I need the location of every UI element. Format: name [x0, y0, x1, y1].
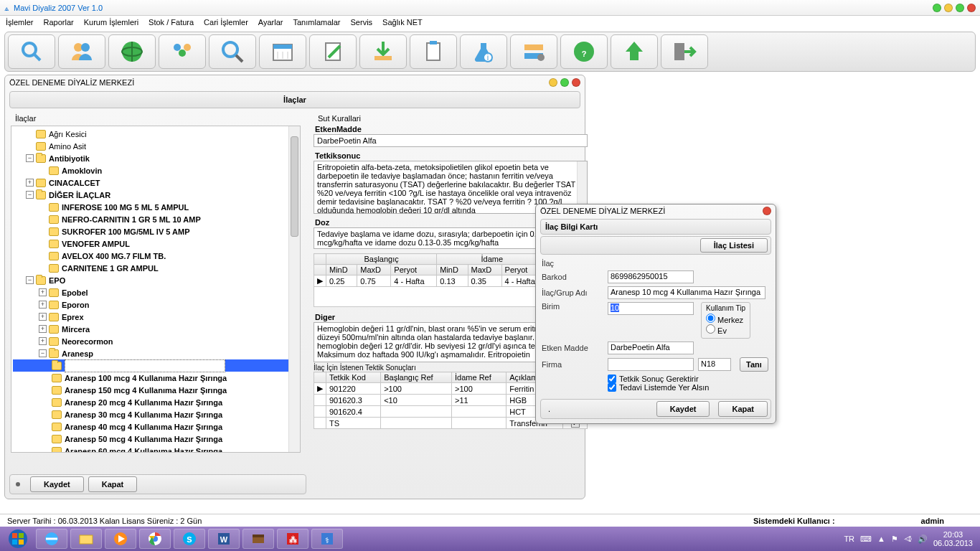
tree-node[interactable]: Amino Asit [13, 140, 298, 152]
tree-node[interactable]: Aranesp 30 mcg 4 Kullanıma Hazır Şırınga [13, 408, 298, 420]
tree-node[interactable]: SUKROFER 100 MG/5ML IV 5 AMP [13, 225, 298, 237]
menu-cari[interactable]: Cari İşlemler [204, 18, 248, 27]
task-media-icon[interactable] [105, 529, 136, 549]
tb-globe-icon[interactable] [108, 34, 156, 69]
menu-islemler[interactable]: İşlemler [6, 18, 34, 27]
grup-field[interactable]: Aranesp 10 mcg 4 Kullanıma Hazır Şırınga [608, 286, 765, 299]
chk-tedavi[interactable]: Tedavi Listemde Yer Alsın [608, 383, 770, 392]
tree-node[interactable]: +Neorecormon [13, 335, 298, 347]
menu-ayarlar[interactable]: Ayarlar [258, 18, 283, 27]
tray-keyboard-icon[interactable]: ⌨ [860, 534, 872, 544]
tani-button[interactable]: Tanı [740, 357, 768, 372]
tray-clock[interactable]: 20:0306.03.2013 [933, 530, 973, 547]
ilac-listesi-button[interactable]: İlaç Listesi [700, 238, 768, 253]
tb-settings-icon[interactable] [510, 34, 557, 69]
min-dot-icon[interactable] [933, 4, 941, 12]
radio-merkez[interactable]: Merkez [706, 316, 743, 324]
tree-node[interactable]: +Eporon [13, 298, 298, 311]
tree-node[interactable]: Aranesp 100 mcg 4 Kullanıma Hazır Şırıng… [13, 372, 298, 384]
tree-node[interactable]: −Aranesp [13, 347, 298, 359]
tree-node-selected[interactable]: Aranesp 10 mcg 4 Kullanıma Hazır Şırınga [13, 359, 298, 372]
max-dot-icon[interactable] [944, 4, 953, 12]
firma-field[interactable] [608, 358, 694, 371]
task-chrome-icon[interactable] [139, 529, 171, 549]
tb-note-icon[interactable] [309, 34, 357, 69]
tb-exit-icon[interactable] [661, 34, 708, 69]
popup-close-icon[interactable] [763, 207, 771, 215]
main-close-button[interactable]: Kapat [88, 476, 138, 492]
panel-min-icon[interactable] [549, 78, 557, 87]
tree-node[interactable]: AVELOX 400 MG.7 FILM TB. [13, 250, 298, 262]
svg-text:S: S [187, 535, 192, 544]
drug-info-dialog: ÖZEL DENEME DİYALİZ MERKEZİ İlaç Bilgi K… [535, 204, 776, 424]
drug-tree[interactable]: Ağrı Kesici Amino Asit −Antibiyotik Amok… [11, 126, 301, 453]
task-medical-icon[interactable]: ⚕ [311, 529, 343, 549]
tree-node[interactable]: +Eprex [13, 311, 298, 323]
task-ie-icon[interactable] [36, 529, 67, 549]
tree-node[interactable]: −Antibiyotik [13, 152, 298, 164]
tree-node[interactable]: CARNITENE 1 GR AMPUL [13, 262, 298, 274]
system-tray[interactable]: TR ⌨ ▲ ⚑ ⏿ 🔊 20:0306.03.2013 [844, 530, 977, 547]
tray-flag-icon[interactable]: ▲ [877, 534, 885, 543]
tree-node[interactable]: NEFRO-CARNITIN 1 GR 5 ML 10 AMP [13, 213, 298, 225]
tray-vol-icon[interactable]: 🔊 [918, 534, 928, 544]
tb-calendar-icon[interactable] [259, 34, 306, 69]
tb-magnify-icon[interactable] [209, 34, 256, 69]
tray-flag2-icon[interactable]: ⚑ [891, 534, 898, 544]
panel-max-icon[interactable] [560, 78, 569, 87]
main-save-button[interactable]: Kaydet [30, 476, 84, 492]
etken-field-popup[interactable]: DarbePoetin Alfa [608, 342, 694, 354]
menu-stok[interactable]: Stok / Fatura [149, 18, 194, 27]
radio-ev[interactable]: Ev [706, 326, 727, 335]
tb-download-icon[interactable] [359, 34, 407, 69]
svg-point-10 [223, 42, 237, 57]
start-button[interactable] [3, 528, 33, 550]
restore-dot-icon[interactable] [956, 4, 964, 12]
tree-node[interactable]: Aranesp 40 mcg 4 Kullanıma Hazır Şırınga [13, 420, 298, 433]
panel-close-icon[interactable] [572, 78, 580, 87]
etken-field[interactable]: DarbePoetin Alfa [314, 134, 588, 147]
tb-flask-icon[interactable]: i [460, 34, 507, 69]
chk-tetkik[interactable]: Tetkik Sonuç Gerektirir [608, 375, 770, 383]
tree-node[interactable]: +Epobel [13, 286, 298, 298]
tree-node[interactable]: +Mircera [13, 323, 298, 335]
tree-node[interactable]: Aranesp 50 mcg 4 Kullanıma Hazır Şırınga [13, 433, 298, 445]
tree-node[interactable]: Ağrı Kesici [13, 128, 298, 140]
birim-field[interactable]: 10 [608, 302, 694, 315]
tree-node[interactable]: VENOFER AMPUL [13, 237, 298, 250]
tray-lang[interactable]: TR [844, 534, 854, 543]
tree-node[interactable]: Amoklovin [13, 164, 298, 176]
status-bar: Server Tarihi : 06.03.2013 Kalan Lisans … [0, 514, 980, 527]
svg-rect-20 [430, 41, 437, 44]
tb-group-icon[interactable] [159, 34, 206, 69]
barkod-field[interactable]: 8699862950015 [608, 270, 694, 283]
tb-help-icon[interactable]: ? [560, 34, 608, 69]
task-explorer-icon[interactable] [70, 529, 102, 549]
tree-node[interactable]: INFEROSE 100 MG 5 ML 5 AMPUL [13, 201, 298, 213]
popup-save-button[interactable]: Kaydet [656, 401, 710, 417]
tb-clipboard-icon[interactable] [410, 34, 457, 69]
close-dot-icon[interactable] [967, 4, 976, 12]
tree-node[interactable]: Aranesp 20 mcg 4 Kullanıma Hazır Şırınga [13, 396, 298, 408]
task-word-icon[interactable]: W [208, 529, 240, 549]
tree-scrollbar[interactable] [288, 126, 300, 452]
tree-node[interactable]: −DİĞER İLAÇLAR [13, 189, 298, 201]
tray-net-icon[interactable]: ⏿ [904, 534, 912, 543]
menu-tanimlamalar[interactable]: Tanımlamalar [293, 18, 340, 27]
tree-node[interactable]: −EPO [13, 274, 298, 286]
tb-up-icon[interactable] [611, 34, 658, 69]
tb-search-icon[interactable] [8, 34, 55, 69]
code-field[interactable]: N18 [698, 358, 731, 371]
task-skype-icon[interactable]: S [174, 529, 205, 549]
popup-close-button[interactable]: Kapat [718, 401, 768, 417]
tree-node[interactable]: Aranesp 150 mcg 4 Kullanıma Hazır Şırıng… [13, 384, 298, 396]
tree-node[interactable]: +CINACALCET [13, 176, 298, 189]
tree-node[interactable]: Aranesp 60 mcg 4 Kullanıma Hazır Şırınga [13, 445, 298, 453]
task-winrar-icon[interactable] [242, 529, 274, 549]
menu-servis[interactable]: Servis [351, 18, 373, 27]
menu-raporlar[interactable]: Raporlar [44, 18, 74, 27]
tb-users-icon[interactable] [58, 34, 105, 69]
menu-saglik[interactable]: Sağlık NET [382, 18, 423, 27]
menu-kurum[interactable]: Kurum İşlemleri [84, 18, 138, 27]
task-pdf-icon[interactable]: ⁂ [277, 529, 308, 549]
